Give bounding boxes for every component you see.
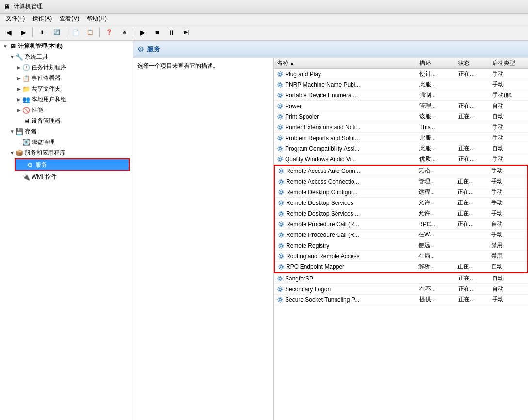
- tree-item-shared-folders[interactable]: ▶ 📁 共享文件夹: [0, 83, 133, 94]
- svg-point-2: [279, 83, 282, 86]
- table-row[interactable]: Remote Procedure Call (R...RPC...正在...自动: [275, 219, 527, 230]
- table-row[interactable]: RPC Endpoint Mapper解析...正在...自动: [275, 262, 527, 272]
- perf-icon: 🚫: [22, 106, 30, 114]
- up-button[interactable]: ⬆: [35, 26, 49, 39]
- highlighted-services-section: Remote Access Auto Conn...无论...手动 Remote…: [274, 165, 528, 273]
- tree-label-disk: 磁盘管理: [32, 138, 55, 146]
- table-row[interactable]: SangforSP正在...自动: [274, 273, 528, 284]
- expand-system[interactable]: ▼: [9, 53, 16, 60]
- refresh-button[interactable]: 🔄: [50, 26, 64, 39]
- tree-item-local-users[interactable]: ▶ 👥 本地用户和组: [0, 94, 133, 105]
- forward-button[interactable]: ▶: [16, 26, 30, 39]
- service-startup-cell: 禁用: [488, 240, 527, 250]
- table-row[interactable]: PNRP Machine Name Publ...此服...手动: [274, 79, 528, 90]
- table-row[interactable]: Quality Windows Audio Vi...优质...正在...手动: [274, 154, 528, 165]
- service-status-cell: [454, 255, 488, 257]
- tree-label-task: 任务计划程序: [32, 63, 66, 72]
- col-header-name[interactable]: 名称 ▲: [274, 58, 416, 68]
- gear-icon: [277, 156, 284, 163]
- table-row[interactable]: Printer Extensions and Noti...This ...手动: [274, 122, 528, 133]
- service-startup-cell: 自动: [489, 273, 528, 283]
- stop-button[interactable]: ■: [150, 26, 164, 39]
- computer-button[interactable]: 🖥: [117, 26, 130, 39]
- tree-item-disk-management[interactable]: ▶ 💽 磁盘管理: [0, 137, 133, 147]
- service-name: Secondary Logon: [285, 286, 331, 293]
- expand-event[interactable]: ▶: [16, 75, 22, 81]
- tree-item-storage[interactable]: ▼ 💾 存储: [0, 126, 133, 137]
- gear-icon: [277, 71, 284, 78]
- table-row[interactable]: Program Compatibility Assi...此服...正在...自…: [274, 143, 528, 154]
- service-startup-cell: 手动: [489, 69, 528, 79]
- table-row[interactable]: Portable Device Enumerat...强制...手动(触: [274, 90, 528, 101]
- menu-action[interactable]: 操作(A): [29, 14, 56, 24]
- expand-users[interactable]: ▶: [16, 96, 22, 103]
- expand-root[interactable]: ▼: [2, 43, 9, 49]
- tree-label-perf: 性能: [32, 106, 43, 114]
- expand-task[interactable]: ▶: [16, 64, 22, 71]
- help-button[interactable]: ❓: [102, 26, 116, 39]
- gear-icon: [278, 221, 285, 228]
- menu-help[interactable]: 帮助(H): [83, 14, 111, 24]
- service-desc-cell: 允许...: [416, 208, 454, 218]
- table-row[interactable]: Power管理...正在...自动: [274, 101, 528, 111]
- service-startup-cell: 手动: [488, 166, 527, 176]
- table-row[interactable]: Routing and Remote Access在局...禁用: [275, 251, 527, 262]
- tree-item-wmi[interactable]: ▶ 🔌 WMI 控件: [0, 171, 133, 182]
- table-row[interactable]: Remote Desktop Services允许...正在...手动: [275, 198, 527, 208]
- service-status-cell: [454, 245, 488, 247]
- tree-label-event: 事件查看器: [32, 74, 61, 82]
- tree-item-services[interactable]: ▶ ⚙ 服务: [16, 159, 129, 170]
- service-status-cell: [455, 94, 489, 96]
- table-row[interactable]: Remote Access Connectio...管理...正在...手动: [275, 176, 527, 187]
- tree-item-device-manager[interactable]: ▶ 🖥 设备管理器: [0, 115, 133, 126]
- tree-item-services-apps[interactable]: ▼ 📦 服务和应用程序: [0, 147, 133, 158]
- description-text: 选择一个项目来查看它的描述。: [137, 62, 219, 69]
- tree-item-task-scheduler[interactable]: ▶ 🕐 任务计划程序: [0, 62, 133, 73]
- left-panel: ▼ 🖥 计算机管理(本地) ▼ 🔧 系统工具 ▶ 🕐 任务计划程序 ▶ 📋 事件…: [0, 41, 133, 420]
- service-name-cell: Plug and Play: [274, 70, 416, 78]
- back-button[interactable]: ◀: [2, 26, 16, 39]
- table-row[interactable]: Plug and Play使计...正在...手动: [274, 69, 528, 79]
- service-name-cell: Remote Access Connectio...: [275, 177, 416, 186]
- service-name: SangforSP: [285, 275, 313, 282]
- table-row[interactable]: Remote Desktop Configur...远程...正在...手动: [275, 187, 527, 198]
- service-status-cell: 正在...: [455, 111, 489, 122]
- table-row[interactable]: Remote Procedure Call (R...在W...手动: [275, 230, 527, 240]
- menu-file[interactable]: 文件(F): [2, 14, 29, 24]
- svg-point-28: [280, 223, 283, 225]
- table-row[interactable]: Remote Desktop Services ...允许...正在...手动: [275, 208, 527, 219]
- service-startup-cell: 自动: [488, 262, 527, 272]
- toolbar-sep-3: [99, 28, 100, 37]
- expand-storage[interactable]: ▼: [9, 128, 16, 135]
- tree-label-wmi: WMI 控件: [32, 173, 57, 181]
- table-row[interactable]: Remote Registry使远...禁用: [275, 240, 527, 251]
- tree-item-performance[interactable]: ▶ 🚫 性能: [0, 105, 133, 115]
- table-row[interactable]: Secondary Logon在不...正在...自动: [274, 284, 528, 295]
- service-startup-cell: 禁用: [488, 251, 527, 261]
- tree-item-system-tools[interactable]: ▼ 🔧 系统工具: [0, 51, 133, 62]
- table-row[interactable]: Print Spooler该服...正在...自动: [274, 111, 528, 122]
- properties-button[interactable]: 📋: [83, 26, 97, 39]
- tree-item-event-viewer[interactable]: ▶ 📋 事件查看器: [0, 73, 133, 83]
- toolbar-sep-2: [66, 28, 66, 37]
- expand-shared[interactable]: ▶: [16, 85, 22, 92]
- step-button[interactable]: ▶|: [179, 26, 193, 39]
- col-header-startup[interactable]: 启动类型: [489, 58, 528, 68]
- menu-view[interactable]: 查看(V): [56, 14, 83, 24]
- table-row[interactable]: Secure Socket Tunneling P...提供...正在...手动: [274, 295, 528, 305]
- play-button[interactable]: ▶: [136, 26, 149, 39]
- table-row[interactable]: Problem Reports and Solut...此服...手动: [274, 133, 528, 143]
- service-desc-cell: 在W...: [416, 230, 454, 240]
- service-startup-cell: 手动: [488, 187, 527, 197]
- table-header: 名称 ▲ 描述 状态 启动类型: [274, 58, 528, 69]
- svcapps-icon: 📦: [16, 149, 23, 156]
- tree-item-root[interactable]: ▼ 🖥 计算机管理(本地): [0, 41, 133, 51]
- col-header-status[interactable]: 状态: [455, 58, 489, 68]
- export-button[interactable]: 📄: [69, 26, 82, 39]
- col-header-desc[interactable]: 描述: [416, 58, 455, 68]
- service-status-cell: 正在...: [454, 187, 488, 197]
- expand-svcapps[interactable]: ▼: [9, 149, 16, 156]
- pause-button[interactable]: ⏸: [165, 26, 178, 39]
- expand-perf[interactable]: ▶: [16, 107, 22, 113]
- table-row[interactable]: Remote Access Auto Conn...无论...手动: [275, 166, 527, 176]
